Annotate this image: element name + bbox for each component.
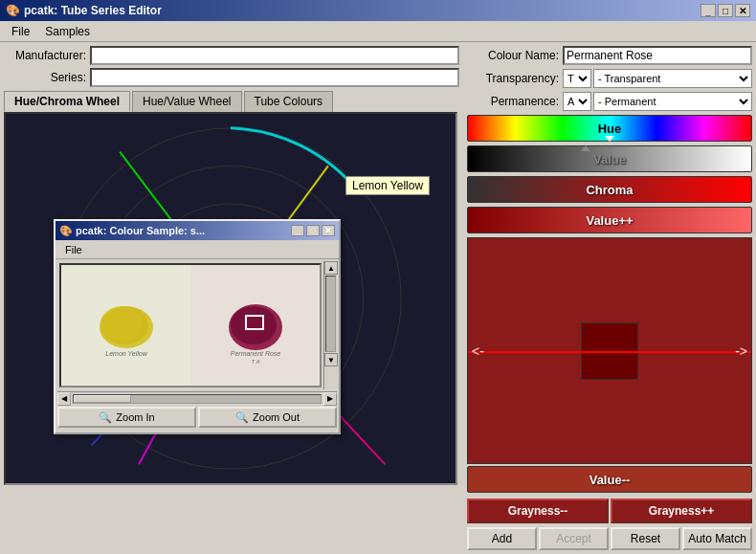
manufacturer-row: Manufacturer: — [4, 46, 459, 65]
nav-right-button[interactable]: -> — [735, 343, 747, 359]
maximize-button[interactable]: □ — [718, 4, 733, 17]
grayness-plus-button[interactable]: Grayness++ — [611, 499, 752, 523]
zoom-in-icon: 🔍 — [99, 411, 112, 424]
right-panel: Colour Name: Transparency: T - Transpare… — [463, 42, 756, 554]
tab-tube-colours[interactable]: Tube Colours — [244, 91, 334, 112]
minimize-button[interactable]: _ — [700, 4, 716, 17]
transparency-row: Transparency: T - Transparent — [467, 69, 752, 88]
manufacturer-input[interactable] — [90, 46, 459, 65]
colour-name-input[interactable] — [563, 46, 752, 65]
title-bar: 🎨 pcatk: Tube Series Editor _ □ ✕ — [0, 0, 756, 21]
sub-title-text: pcatk: Colour Sample: s... — [76, 225, 205, 236]
manufacturer-label: Manufacturer: — [4, 49, 90, 62]
scroll-up-button[interactable]: ▲ — [324, 261, 338, 275]
sub-content: Lemon Yellow Permanent Rose T — [59, 263, 322, 388]
scroll-thumb[interactable] — [74, 395, 131, 403]
nav-left-button[interactable]: <- — [472, 343, 484, 359]
main-content: Manufacturer: Series: Hue/Chroma Wheel H… — [0, 42, 756, 554]
lemon-yellow-swatch: Lemon Yellow — [61, 265, 190, 386]
add-button[interactable]: Add — [467, 527, 537, 550]
colour-name-row: Colour Name: — [467, 46, 752, 65]
colour-name-label: Colour Name: — [467, 49, 563, 62]
series-label: Series: — [4, 71, 90, 84]
grayness-minus-button[interactable]: Grayness-- — [467, 499, 609, 523]
grayness-row: Grayness-- Grayness++ — [467, 499, 752, 523]
menu-file[interactable]: File — [4, 23, 37, 40]
series-row: Series: — [4, 68, 459, 87]
sub-close-button[interactable]: ✕ — [322, 225, 335, 236]
permanent-rose-swatch: Permanent Rose T A — [190, 265, 320, 386]
sub-content-area: Lemon Yellow Permanent Rose T — [57, 261, 337, 389]
svg-point-15 — [100, 306, 148, 344]
scroll-down-button[interactable]: ▼ — [324, 353, 338, 366]
zoom-in-button[interactable]: 🔍 Zoom In — [57, 407, 196, 428]
permanence-row: Permanence: A - Permanent — [467, 92, 752, 111]
permanence-short-select[interactable]: A — [563, 92, 591, 111]
accept-button[interactable]: Accept — [539, 527, 609, 550]
value-plus-bar[interactable]: Value++ — [467, 207, 752, 233]
title-text: pcatk: Tube Series Editor — [24, 4, 162, 17]
reset-button[interactable]: Reset — [611, 527, 680, 550]
value-minus-bar[interactable]: Value-- — [467, 466, 752, 493]
zoom-out-icon: 🔍 — [235, 411, 249, 424]
window-controls: _ □ ✕ — [700, 4, 750, 17]
sub-maximize-button[interactable]: □ — [306, 225, 320, 236]
value-bar[interactable]: Value — [467, 145, 752, 172]
hue-bar[interactable]: Hue — [467, 115, 752, 142]
svg-text:T  A: T A — [251, 359, 259, 364]
permanence-label: Permanence: — [467, 95, 563, 108]
color-display[interactable]: <- -> — [467, 237, 752, 464]
left-panel: Manufacturer: Series: Hue/Chroma Wheel H… — [0, 42, 463, 554]
sub-window-controls: _ □ ✕ — [291, 225, 335, 236]
sub-menu-file[interactable]: File — [59, 243, 88, 256]
sub-vertical-scrollbar[interactable]: ▲ ▼ — [323, 261, 337, 389]
sub-app-icon: 🎨 — [59, 225, 73, 237]
sub-minimize-button[interactable]: _ — [291, 225, 304, 236]
menu-bar: File Samples — [0, 21, 756, 42]
menu-samples[interactable]: Samples — [37, 23, 98, 40]
scroll-track — [73, 394, 322, 404]
sub-horizontal-scrollbar[interactable]: ◀ ▶ — [57, 391, 337, 405]
tab-hue-chroma[interactable]: Hue/Chroma Wheel — [4, 91, 130, 112]
transparency-label: Transparency: — [467, 72, 563, 85]
svg-text:Lemon Yellow: Lemon Yellow — [105, 350, 147, 357]
zoom-out-button[interactable]: 🔍 Zoom Out — [198, 407, 337, 428]
tab-bar: Hue/Chroma Wheel Hue/Value Wheel Tube Co… — [4, 91, 459, 112]
transparency-short-select[interactable]: T — [563, 69, 591, 88]
red-indicator-line — [468, 351, 751, 353]
app-icon: 🎨 — [6, 4, 20, 17]
close-button[interactable]: ✕ — [735, 4, 750, 17]
chroma-bar[interactable]: Chroma — [467, 176, 752, 203]
svg-point-18 — [231, 306, 277, 344]
scroll-left-button[interactable]: ◀ — [57, 392, 71, 406]
tab-hue-value[interactable]: Hue/Value Wheel — [132, 91, 242, 112]
series-input[interactable] — [90, 68, 459, 87]
sub-menu-bar: File — [56, 240, 339, 259]
colour-sample-window: 🎨 pcatk: Colour Sample: s... _ □ ✕ File — [54, 219, 341, 434]
permanence-full-select[interactable]: - Permanent — [593, 92, 752, 111]
scroll-right-button[interactable]: ▶ — [323, 392, 337, 406]
bottom-button-bar: Add Accept Reset Auto Match — [467, 527, 752, 550]
lemon-yellow-tooltip: Lemon Yellow — [345, 176, 430, 195]
sub-title-bar: 🎨 pcatk: Colour Sample: s... _ □ ✕ — [56, 221, 339, 240]
wheel-area[interactable]: Lemon Yellow 🎨 pcatk: Colour Sample: s..… — [4, 112, 457, 485]
transparency-full-select[interactable]: - Transparent — [593, 69, 752, 88]
auto-match-button[interactable]: Auto Match — [682, 527, 752, 550]
svg-text:Permanent Rose: Permanent Rose — [230, 350, 280, 357]
zoom-bar: 🔍 Zoom In 🔍 Zoom Out — [57, 407, 337, 428]
